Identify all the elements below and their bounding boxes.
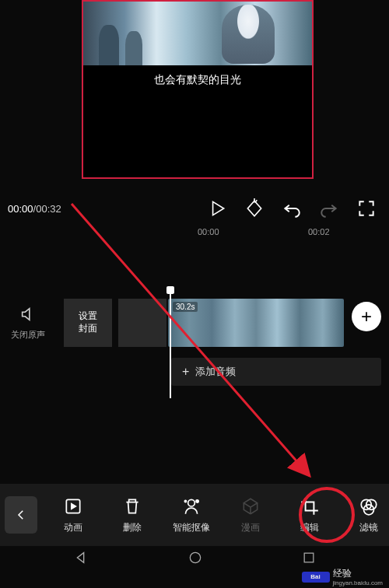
plus-icon: + [182, 365, 189, 379]
preview-figure [125, 31, 142, 65]
svg-point-3 [188, 499, 195, 506]
undo-button[interactable] [282, 198, 302, 219]
mute-label: 关闭原声 [0, 329, 56, 341]
nav-recent[interactable] [301, 550, 317, 569]
cover-label-1: 设置 [79, 310, 97, 323]
triangle-left-icon [72, 549, 89, 566]
mute-toggle[interactable]: 关闭原声 [0, 306, 56, 341]
tool-label: 滤镜 [359, 521, 378, 534]
tool-animation[interactable]: 动画 [44, 496, 103, 534]
svg-rect-11 [304, 553, 314, 562]
back-button[interactable] [5, 496, 37, 534]
playback-bar: 00:00/00:32 [0, 193, 389, 224]
play-icon [207, 198, 227, 219]
redo-button[interactable] [319, 198, 339, 219]
tool-label: 智能抠像 [173, 521, 210, 534]
svg-point-4 [196, 499, 198, 502]
playhead[interactable] [170, 288, 171, 398]
timeline-gap [118, 299, 166, 347]
redo-icon [319, 198, 339, 219]
video-preview[interactable]: 也会有默契的目光 [82, 0, 314, 179]
video-subtitle: 也会有默契的目光 [83, 73, 312, 87]
svg-point-10 [190, 552, 200, 562]
fullscreen-icon [356, 198, 377, 219]
svg-point-5 [184, 500, 186, 502]
add-clip-button[interactable]: + [352, 302, 381, 331]
animation-icon [63, 496, 83, 516]
set-cover-button[interactable]: 设置 封面 [64, 299, 112, 347]
preview-frame [83, 2, 312, 65]
tool-edit[interactable]: 编辑 [280, 496, 339, 534]
keyframe-icon [244, 198, 265, 219]
add-audio-label: 添加音频 [195, 365, 236, 379]
nav-home[interactable] [187, 550, 203, 569]
play-button[interactable] [207, 198, 227, 219]
video-clip[interactable]: 30.2s [168, 299, 344, 347]
total-time: 00:32 [36, 203, 61, 215]
timeline[interactable]: 关闭原声 设置 封面 30.2s [0, 296, 389, 350]
plus-icon: + [361, 306, 372, 327]
undo-icon [282, 198, 302, 219]
square-icon [301, 550, 317, 565]
time-ruler[interactable]: 00:00 00:02 [0, 227, 389, 246]
timecode: 00:00/00:32 [8, 203, 61, 215]
chevron-left-icon [14, 508, 28, 522]
keyframe-button[interactable] [244, 198, 265, 219]
bottom-toolbar: 动画 删除 智能抠像 漫画 编辑 滤镜 [0, 484, 389, 546]
nav-back[interactable] [72, 549, 89, 569]
watermark-logo: Bai [302, 572, 330, 583]
filter-icon [359, 496, 379, 516]
speaker-icon [19, 306, 37, 323]
circle-icon [187, 550, 203, 565]
tool-cutout[interactable]: 智能抠像 [162, 496, 221, 534]
preview-figure [99, 25, 119, 65]
tool-label: 漫画 [241, 521, 260, 534]
tool-delete[interactable]: 删除 [103, 496, 162, 534]
cover-label-2: 封面 [79, 323, 97, 335]
fullscreen-button[interactable] [356, 198, 377, 219]
tool-label: 动画 [64, 521, 82, 534]
svg-line-1 [255, 200, 257, 202]
person-icon [181, 496, 202, 516]
current-time: 00:00 [8, 203, 33, 215]
watermark: Bai 经验 jingyan.baidu.com [302, 567, 383, 586]
ruler-mark: 00:00 [198, 227, 219, 236]
tool-comic[interactable]: 漫画 [221, 496, 280, 534]
cube-icon [240, 496, 261, 516]
add-audio-button[interactable]: + 添加音频 [171, 358, 381, 386]
clip-duration: 30.2s [173, 302, 198, 312]
trash-icon [122, 496, 142, 516]
tool-label: 编辑 [300, 521, 319, 534]
ruler-mark: 00:02 [308, 227, 330, 236]
tool-label: 删除 [123, 521, 142, 534]
tool-filter[interactable]: 滤镜 [339, 496, 389, 534]
preview-figure [222, 5, 275, 64]
watermark-text: 经验 jingyan.baidu.com [333, 567, 383, 586]
crop-icon [300, 496, 320, 516]
